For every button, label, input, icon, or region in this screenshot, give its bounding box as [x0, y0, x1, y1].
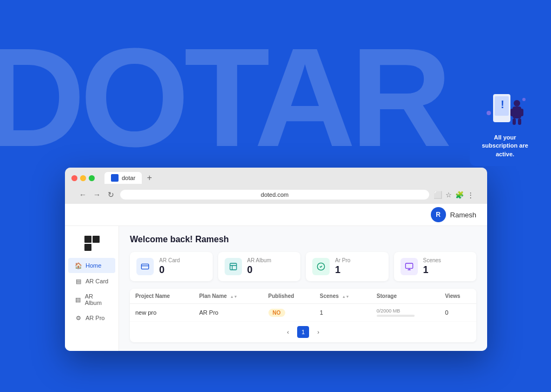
scenes-stat-icon [401, 258, 418, 275]
stat-card-arcard: AR Card 0 [130, 252, 213, 281]
stat-info-aralbum: AR Album 0 [247, 257, 271, 276]
cell-views: 0 [440, 304, 476, 322]
sidebar-item-aralbum[interactable]: ▤ AR Album [68, 289, 115, 310]
stat-label-arcard: AR Card [159, 257, 180, 263]
subscription-text: All your subscription are active. [476, 134, 534, 158]
stat-label-scenes: Scenes [423, 257, 441, 263]
app-header: R Ramesh [65, 204, 487, 226]
menu-icon[interactable]: ⋮ [467, 191, 474, 199]
home-icon: 🏠 [75, 262, 82, 269]
svg-rect-12 [513, 118, 516, 125]
pagination-prev[interactable]: ‹ [282, 326, 294, 338]
col-plan-name: Plan Name ▲▼ [194, 289, 263, 304]
svg-point-8 [514, 100, 520, 107]
storage-label: 0/2000 MB [377, 308, 415, 314]
storage-bar-wrap: 0/2000 MB [377, 308, 415, 317]
cell-project-name: new pro [130, 304, 194, 322]
sidebar: 🏠 Home ▤ AR Card ▤ AR Album ⚙ AR Pro [65, 226, 119, 351]
pagination: ‹ 1 › [130, 322, 476, 342]
browser-titlebar: dotar + [71, 172, 481, 184]
arpro-stat-icon [312, 258, 330, 275]
cell-plan-name: AR Pro [194, 304, 263, 322]
new-tab-button[interactable]: + [144, 172, 155, 183]
maximize-button[interactable] [89, 175, 95, 181]
arcard-icon: ▤ [75, 277, 82, 285]
close-button[interactable] [71, 175, 77, 181]
cell-scenes: 1 [314, 304, 371, 322]
stat-card-arpro: Ar Pro 1 [306, 252, 389, 281]
reload-button[interactable]: ↻ [106, 190, 116, 199]
col-published: Published [263, 289, 314, 304]
stat-card-aralbum: AR Album 0 [218, 252, 301, 281]
svg-text:!: ! [501, 98, 504, 110]
svg-point-15 [522, 98, 526, 101]
tab-bar: dotar + [104, 172, 155, 184]
qr-cell [93, 236, 100, 243]
browser-chrome: dotar + ← → ↻ ⬜ ☆ 🧩 ⋮ [65, 168, 487, 204]
svg-rect-10 [510, 109, 515, 116]
qr-cell [93, 244, 100, 251]
sidebar-item-home[interactable]: 🏠 Home [68, 258, 115, 273]
svg-rect-0 [141, 264, 148, 269]
col-project-name: Project Name [130, 289, 194, 304]
stat-value-scenes: 1 [423, 264, 441, 276]
svg-rect-2 [230, 263, 237, 270]
svg-rect-11 [519, 109, 523, 116]
stat-value-arcard: 0 [159, 264, 180, 276]
stat-info-arpro: Ar Pro 1 [335, 257, 350, 276]
stats-row: AR Card 0 AR Album [130, 252, 476, 281]
forward-button[interactable]: → [92, 190, 102, 199]
arpro-icon: ⚙ [75, 314, 82, 322]
qr-cell [84, 236, 91, 243]
window-buttons [71, 175, 95, 181]
qr-cell [84, 244, 91, 251]
back-button[interactable]: ← [78, 190, 88, 199]
aralbum-icon: ▤ [75, 296, 82, 303]
sidebar-item-arpro-label: AR Pro [86, 315, 104, 321]
stat-label-aralbum: AR Album [247, 257, 271, 263]
address-bar[interactable] [120, 190, 429, 200]
welcome-title: Welcome back! Ramesh [130, 235, 476, 244]
browser-action-icons: ⬜ ☆ 🧩 ⋮ [434, 191, 474, 199]
sidebar-item-aralbum-label: AR Album [85, 293, 109, 306]
qr-logo-icon [84, 236, 100, 251]
col-scenes: Scenes ▲▼ [314, 289, 371, 304]
svg-point-14 [487, 111, 491, 115]
content-area: 🏠 Home ▤ AR Card ▤ AR Album ⚙ AR Pro [65, 226, 487, 351]
tab-label: dotar [122, 175, 135, 181]
projects-table-container: Project Name Plan Name ▲▼ Published [130, 289, 476, 342]
minimize-button[interactable] [80, 175, 86, 181]
svg-rect-4 [405, 263, 412, 268]
avatar: R [431, 207, 446, 222]
star-icon[interactable]: ☆ [445, 191, 452, 199]
pagination-next[interactable]: › [312, 326, 324, 338]
published-badge: NO [268, 309, 285, 317]
aralbum-stat-icon [225, 258, 242, 275]
col-views: Views [440, 289, 476, 304]
svg-rect-13 [518, 118, 521, 125]
storage-bar [377, 315, 415, 317]
stat-value-aralbum: 0 [247, 264, 271, 276]
extension-icon[interactable]: 🧩 [455, 191, 464, 199]
sidebar-item-arcard[interactable]: ▤ AR Card [68, 274, 115, 289]
pagination-page-1[interactable]: 1 [297, 326, 309, 338]
sidebar-item-arpro[interactable]: ⚙ AR Pro [68, 310, 115, 325]
background-text: DOTAR [0, 27, 447, 168]
user-info: R Ramesh [431, 207, 476, 222]
cell-published: NO [263, 304, 314, 322]
stat-info-scenes: Scenes 1 [423, 257, 441, 276]
scenes-sort-icons[interactable]: ▲▼ [342, 295, 350, 298]
stat-value-arpro: 1 [335, 264, 350, 276]
sort-icons[interactable]: ▲▼ [230, 295, 238, 298]
bookmark-icon[interactable]: ⬜ [434, 191, 442, 199]
app-inner: R Ramesh 🏠 Home [65, 204, 487, 351]
subscription-illustration: ! [478, 91, 532, 129]
stat-card-scenes: Scenes 1 [394, 252, 477, 281]
sidebar-logo [65, 231, 119, 257]
active-tab[interactable]: dotar [104, 172, 142, 184]
arcard-stat-icon [136, 258, 154, 275]
tab-favicon [111, 174, 119, 182]
browser-window: dotar + ← → ↻ ⬜ ☆ 🧩 ⋮ R Ramesh [65, 168, 487, 351]
sidebar-item-home-label: Home [86, 262, 101, 269]
table-row: new pro AR Pro NO 1 0/2000 MB [130, 304, 476, 322]
